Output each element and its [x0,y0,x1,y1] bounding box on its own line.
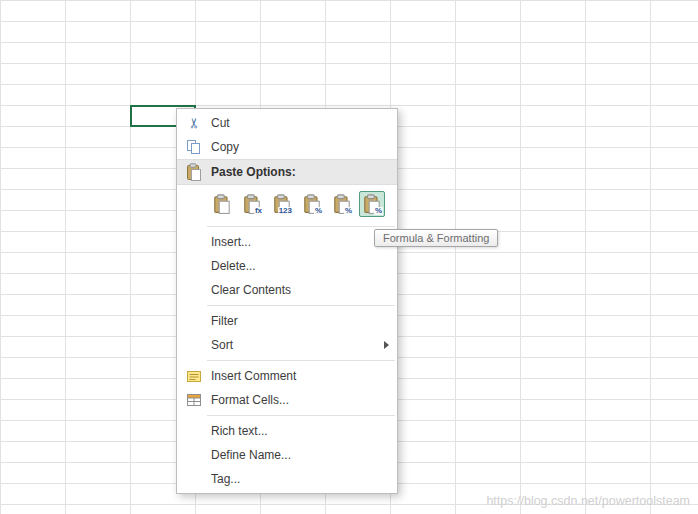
paste-icon[interactable] [209,191,235,217]
menu-item-cut[interactable]: ✂ Cut [177,111,397,135]
tooltip: Formula & Formatting [374,229,498,247]
paste-values-icon[interactable]: 123 [269,191,295,217]
menu-item-insert[interactable]: Insert... [177,230,397,254]
watermark-text: https://blog.csdn.net/powertoolsteam [486,494,690,508]
menu-separator [207,415,395,416]
menu-item-clear-contents[interactable]: Clear Contents [177,278,397,302]
menu-item-label: Format Cells... [211,393,289,407]
copy-icon [183,139,205,155]
menu-item-define-name[interactable]: Define Name... [177,443,397,467]
paste-formatting-icon[interactable]: % [299,191,325,217]
menu-item-label: Rich text... [211,424,268,438]
menu-item-rich-text[interactable]: Rich text... [177,419,397,443]
menu-separator [207,226,395,227]
paste-values-formatting-icon[interactable]: % [329,191,355,217]
paste-options-row: fx 123 % % % [177,185,397,223]
menu-item-delete[interactable]: Delete... [177,254,397,278]
paste-options-label: Paste Options: [211,165,296,179]
paste-glyph: % [374,207,383,215]
menu-item-paste-options: Paste Options: [177,159,397,185]
clipboard-icon [183,163,205,181]
menu-separator [207,360,395,361]
paste-glyph: % [314,207,323,215]
menu-item-label: Cut [211,116,230,130]
menu-separator [207,305,395,306]
menu-item-label: Sort [211,338,233,352]
menu-item-sort[interactable]: Sort [177,333,397,357]
paste-formula-formatting-icon[interactable]: % [359,191,385,217]
menu-item-label: Tag... [211,472,240,486]
submenu-arrow-icon [384,341,389,349]
menu-item-tag[interactable]: Tag... [177,467,397,491]
paste-glyph: 123 [278,207,293,215]
menu-item-label: Copy [211,140,239,154]
comment-icon [183,368,205,384]
menu-item-label: Insert Comment [211,369,296,383]
menu-item-label: Define Name... [211,448,291,462]
format-cells-icon [183,392,205,408]
menu-item-insert-comment[interactable]: Insert Comment [177,364,397,388]
paste-glyph: fx [254,207,263,215]
menu-item-format-cells[interactable]: Format Cells... [177,388,397,412]
menu-item-label: Delete... [211,259,256,273]
menu-item-filter[interactable]: Filter [177,309,397,333]
menu-item-label: Clear Contents [211,283,291,297]
menu-item-label: Insert... [211,235,251,249]
paste-formulas-icon[interactable]: fx [239,191,265,217]
menu-item-copy[interactable]: Copy [177,135,397,159]
scissors-icon: ✂ [183,116,205,130]
menu-item-label: Filter [211,314,238,328]
context-menu: ✂ Cut Copy Paste Options: fx 123 % [176,108,398,494]
paste-glyph: % [344,207,353,215]
